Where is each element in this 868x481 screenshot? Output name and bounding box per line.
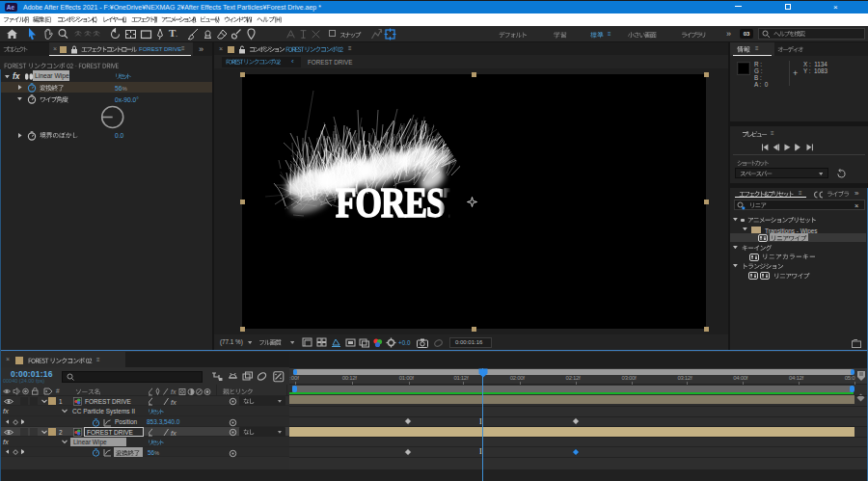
svg-text:fx: fx xyxy=(171,429,176,437)
svg-text:fx: fx xyxy=(171,398,176,406)
svg-text:fx: fx xyxy=(171,388,176,395)
